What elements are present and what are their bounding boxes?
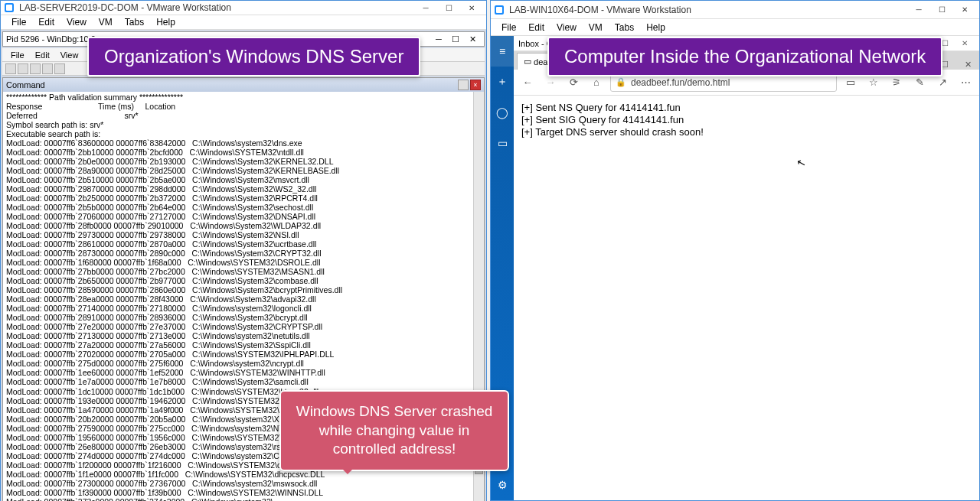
command-label: Command	[6, 80, 45, 89]
win10-desktop: ≡ ＋ ◯ ▭ ♡ ⚙ Inbox - O ─ ☐ ✕ ▭ deadbeef.f…	[491, 36, 979, 500]
minimize-button[interactable]: ─	[414, 1, 437, 15]
windbg-close[interactable]: ✕	[464, 34, 481, 44]
app-close[interactable]: ✕	[955, 39, 975, 47]
menu-file[interactable]: File	[495, 21, 522, 34]
plus-icon[interactable]: ＋	[491, 67, 514, 97]
toolbar-icon[interactable]	[5, 63, 16, 74]
svg-rect-3	[496, 7, 502, 13]
menu-tabs[interactable]: Tabs	[119, 15, 150, 29]
menu-help[interactable]: Help	[150, 15, 181, 29]
callout-left-text: Organization's Windows DNS Server	[104, 46, 403, 67]
windbg-maximize[interactable]: ☐	[447, 34, 464, 44]
callout-crash-l2: while changing value in	[295, 421, 494, 441]
menu-edit[interactable]: Edit	[32, 15, 60, 29]
more-icon[interactable]: ⋯	[956, 73, 975, 92]
menu-file[interactable]: File	[5, 15, 32, 29]
browser-close[interactable]: ✕	[956, 60, 979, 70]
menu-tabs[interactable]: Tabs	[609, 21, 640, 34]
vm-menubar-right: File Edit View VM Tabs Help	[491, 19, 979, 36]
callout-left: Organization's Windows DNS Server	[87, 37, 420, 76]
hamburger-icon[interactable]: ≡	[491, 36, 514, 67]
win10-app-area: Inbox - O ─ ☐ ✕ ▭ deadbeef.fun ✕ ＋ ⌄ ─ ☐…	[514, 36, 979, 500]
menu-edit[interactable]: Edit	[522, 21, 550, 34]
pane-close-icon[interactable]: ×	[470, 80, 481, 90]
maximize-button[interactable]: ☐	[930, 3, 953, 17]
minimize-button[interactable]: ─	[907, 3, 930, 17]
menu-view[interactable]: View	[60, 15, 93, 29]
page-content[interactable]: [+] Sent NS Query for 41414141.fun [+] S…	[514, 96, 979, 500]
toolbar-icon[interactable]	[30, 63, 41, 74]
vm-title-right: LAB-WIN10X64-DOM - VMware Workstation	[509, 5, 691, 15]
folder-icon[interactable]: ▭	[491, 128, 514, 158]
windbg-minimize[interactable]: ─	[430, 34, 447, 44]
url-text: deadbeef.fun/demo.html	[631, 77, 730, 88]
command-header[interactable]: Command ×	[3, 78, 484, 92]
person-icon[interactable]: ◯	[491, 97, 514, 128]
vmware-icon	[494, 5, 505, 15]
maximize-button[interactable]: ☐	[437, 1, 460, 15]
close-button[interactable]: ✕	[460, 1, 483, 15]
back-icon[interactable]: ←	[518, 73, 537, 92]
callout-right-text: Computer Inside the Organizational Netwo…	[564, 46, 926, 67]
windbg-menu-file[interactable]: File	[5, 50, 30, 60]
vm-title-left: LAB-SERVER2019-DC-DOM - VMware Workstati…	[19, 2, 231, 13]
callout-crash-l1: Windows DNS Server crashed	[295, 402, 494, 421]
toolbar-icon[interactable]	[54, 63, 65, 74]
close-button[interactable]: ✕	[953, 3, 976, 17]
mouse-cursor-icon: ↖	[795, 156, 808, 171]
callout-right: Computer Inside the Organizational Netwo…	[547, 37, 942, 76]
menu-vm[interactable]: VM	[583, 21, 609, 34]
gear-icon[interactable]: ⚙	[491, 470, 514, 500]
callout-crash: Windows DNS Server crashed while changin…	[279, 390, 509, 471]
vm-titlebar-right[interactable]: LAB-WIN10X64-DOM - VMware Workstation ─ …	[491, 1, 979, 19]
vm-menubar-left: File Edit View VM Tabs Help	[1, 15, 486, 30]
page-line: [+] Sent SIG Query for 41414141.fun	[521, 114, 972, 125]
toolbar-icon[interactable]	[42, 63, 53, 74]
callout-crash-l3: controlled address!	[295, 440, 494, 459]
vm-titlebar-left[interactable]: LAB-SERVER2019-DC-DOM - VMware Workstati…	[1, 1, 486, 15]
menu-help[interactable]: Help	[640, 21, 671, 34]
site-info-icon[interactable]: 🔒	[616, 77, 626, 87]
svg-rect-1	[6, 5, 12, 11]
menu-vm[interactable]: VM	[93, 15, 119, 29]
windbg-menu-edit[interactable]: Edit	[30, 50, 55, 60]
vmware-icon	[4, 2, 15, 13]
pane-dock-icon[interactable]	[458, 80, 469, 90]
page-line: [+] Target DNS server should crash soon!	[521, 126, 972, 138]
page-line: [+] Sent NS Query for 41414141.fun	[521, 102, 972, 113]
tab-favicon: ▭	[524, 57, 531, 67]
menu-view[interactable]: View	[550, 21, 583, 34]
toolbar-icon[interactable]	[18, 63, 28, 74]
windbg-menu-view[interactable]: View	[55, 50, 84, 60]
